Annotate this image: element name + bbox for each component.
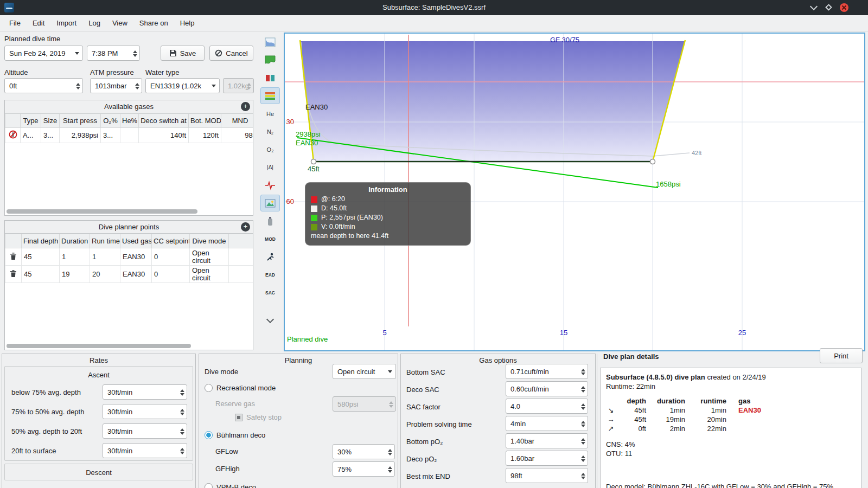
horizontal-scrollbar[interactable]	[7, 344, 191, 348]
toggle-profile-graph-button[interactable]	[260, 34, 280, 50]
vpmb-deco-label[interactable]: VPM-B deco	[216, 483, 256, 488]
close-icon[interactable]	[840, 3, 848, 12]
spinner-arrows[interactable]	[581, 384, 585, 395]
altitude-spinner[interactable]: 0ft	[4, 78, 83, 93]
plan-table: depth duration runtime gas ↘ 45ft 1min 1…	[606, 396, 856, 433]
toggle-pn2-button[interactable]: N₂	[260, 123, 280, 140]
toggle-diver-button[interactable]	[260, 248, 280, 265]
spinner-arrows[interactable]	[581, 471, 585, 481]
available-gases-title: Available gases	[104, 102, 154, 111]
water-type-select[interactable]: EN13319 (1.02k	[145, 78, 220, 93]
menu-edit[interactable]: Edit	[27, 15, 50, 31]
toggle-phe-button[interactable]: He	[260, 105, 280, 122]
plan-segment-row: ↗ 0ft 2min 22min	[606, 424, 856, 433]
cylinder-icon[interactable]	[5, 128, 21, 143]
level-arrow-icon: →	[606, 415, 616, 424]
date-value: Sun Feb 24, 2019	[9, 49, 65, 57]
descent-gas-label: EAN30	[305, 103, 328, 111]
menu-log[interactable]: Log	[82, 15, 106, 31]
time-spinner[interactable]: 7:38 PM	[87, 46, 140, 61]
waypoint-handle[interactable]	[311, 159, 316, 164]
ascend-arrow-icon: ↗	[606, 424, 616, 433]
spinner-arrows[interactable]	[581, 367, 585, 377]
menu-help[interactable]: Help	[174, 15, 201, 31]
toggle-calculated-ceiling-button[interactable]	[260, 52, 280, 68]
print-button[interactable]: Print	[820, 348, 863, 363]
menu-share-on[interactable]: Share on	[133, 15, 174, 31]
deco-po2-spinner[interactable]: 1.60bar	[506, 451, 588, 466]
recreational-mode-label[interactable]: Recreational mode	[216, 384, 276, 393]
horizontal-scrollbar[interactable]	[7, 209, 197, 214]
spinner-arrows[interactable]	[180, 407, 184, 418]
toggle-heatmap-button[interactable]	[260, 87, 280, 104]
menu-import[interactable]: Import	[50, 15, 82, 31]
spinner-arrows[interactable]	[135, 81, 139, 92]
save-button[interactable]: Save	[161, 46, 205, 61]
toggle-mod-button[interactable]: MOD	[260, 230, 280, 247]
spinner-arrows[interactable]	[388, 447, 392, 458]
planner-points-header: Dive planner points +	[5, 221, 253, 234]
dive-mode-select[interactable]: Open circuit	[333, 364, 396, 379]
waypoint-handle[interactable]	[650, 159, 655, 164]
spinner-arrows[interactable]	[581, 401, 585, 412]
bottom-po2-spinner[interactable]: 1.40bar	[506, 433, 588, 448]
profile-info-tooltip: Information @: 6:20 D: 45.0ft P: 2,557ps…	[305, 182, 471, 246]
titlebar: Subsurface: SampleDivesV2.ssrf	[0, 0, 868, 15]
toggle-heartrate-button[interactable]	[260, 177, 280, 194]
menu-file[interactable]: File	[3, 15, 27, 31]
trash-icon[interactable]	[5, 248, 22, 266]
ceiling-icon	[265, 55, 276, 65]
gas-options-panel: Gas options Bottom SAC 0.71cuft/min Deco…	[400, 354, 596, 488]
spinner-arrows[interactable]	[388, 464, 392, 475]
sac-factor-spinner[interactable]: 4.0	[506, 399, 588, 414]
vpmb-deco-radio[interactable]	[205, 483, 213, 488]
toggle-po2-button[interactable]: O₂	[260, 141, 280, 158]
spinner-arrows[interactable]	[180, 426, 184, 437]
depth-chip	[311, 206, 317, 212]
ascent-rate-4-spinner[interactable]: 30ft/min	[103, 443, 187, 458]
deco-sac-spinner[interactable]: 0.60cuft/min	[506, 381, 588, 396]
dive-profile-chart[interactable]: GF 30/75 30 60 5 15 25 EAN30 2938psi EAN…	[284, 33, 865, 351]
atm-pressure-spinner[interactable]: 1013mbar	[90, 78, 142, 93]
toggle-ruler-button[interactable]: |Δ|	[260, 159, 280, 176]
menu-view[interactable]: View	[106, 15, 133, 31]
available-gases-header: Available gases +	[5, 100, 253, 113]
spinner-arrows[interactable]	[581, 436, 585, 447]
ascent-rate-1-spinner[interactable]: 30ft/min	[103, 384, 187, 400]
window-title: Subsurface: SampleDivesV2.ssrf	[0, 0, 868, 15]
best-mix-end-spinner[interactable]: 98ft	[506, 468, 588, 483]
toggle-sac-button[interactable]: SAC	[260, 284, 280, 301]
problem-time-spinner[interactable]: 4min	[506, 416, 588, 431]
spinner-arrows[interactable]	[76, 81, 80, 92]
pn2-icon: N₂	[267, 129, 273, 135]
toggle-tissues-button[interactable]	[260, 69, 280, 86]
spinner-arrows[interactable]	[581, 419, 585, 429]
toggle-ead-button[interactable]: EAD	[260, 266, 280, 283]
toggle-tank-bar-button[interactable]	[260, 213, 280, 229]
ascent-rate-3-spinner[interactable]: 30ft/min	[103, 423, 187, 439]
cancel-button[interactable]: Cancel	[209, 46, 253, 61]
add-point-button[interactable]: +	[241, 222, 250, 232]
bottom-sac-spinner[interactable]: 0.71cuft/min	[506, 364, 588, 379]
heatmap-icon	[265, 91, 276, 101]
ascent-rate-2-spinner[interactable]: 30ft/min	[103, 404, 187, 419]
buhlmann-deco-radio[interactable]	[205, 431, 213, 439]
gflow-spinner[interactable]: 30%	[333, 444, 395, 459]
spinner-arrows[interactable]	[581, 453, 585, 464]
deco-po2-label: Deco pO₂	[406, 455, 437, 464]
spinner-arrows[interactable]	[133, 48, 137, 59]
tank-icon	[267, 216, 273, 226]
scroll-toolbar-down-button[interactable]	[260, 311, 280, 328]
dive-plan-details-title: Dive plan details	[603, 352, 659, 361]
spinner-arrows[interactable]	[180, 446, 184, 457]
spinner-arrows[interactable]	[180, 387, 184, 398]
gfhigh-spinner[interactable]: 75%	[333, 461, 395, 477]
trash-icon[interactable]	[5, 266, 22, 283]
add-gas-button[interactable]: +	[241, 102, 250, 111]
buhlmann-deco-label[interactable]: Bühlmann deco	[216, 431, 265, 440]
recreational-mode-radio[interactable]	[205, 384, 213, 392]
minimize-icon[interactable]	[809, 3, 818, 12]
maximize-icon[interactable]	[825, 3, 833, 12]
date-picker[interactable]: Sun Feb 24, 2019	[4, 46, 83, 61]
toggle-photos-button[interactable]	[260, 195, 280, 211]
